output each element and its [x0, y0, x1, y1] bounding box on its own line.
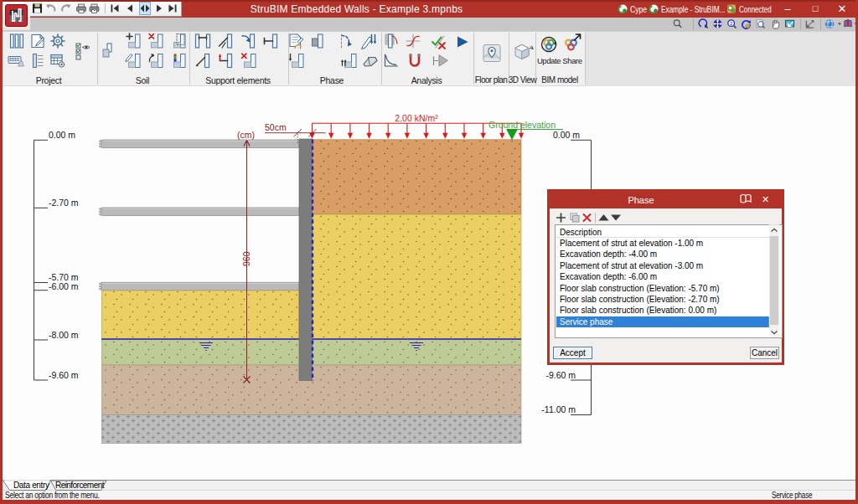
svg-text:0.00 m: 0.00 m: [553, 130, 580, 140]
svg-text:(cm): (cm): [237, 130, 255, 140]
svg-text:Ground elevation: Ground elevation: [488, 120, 556, 130]
svg-text:Reinforcement: Reinforcement: [55, 481, 105, 490]
svg-text:-9.60 m: -9.60 m: [545, 370, 576, 380]
svg-text:-11.00 m: -11.00 m: [541, 404, 576, 414]
svg-text:2: 2: [730, 21, 732, 26]
svg-text:0.00 m: 0.00 m: [49, 130, 75, 140]
svg-text:2.00 kN/m²: 2.00 kN/m²: [395, 113, 438, 123]
svg-text:-8.00 m: -8.00 m: [49, 330, 79, 340]
svg-text:-2.70 m: -2.70 m: [49, 198, 79, 208]
svg-text:-6.00 m: -6.00 m: [49, 281, 79, 291]
svg-text:50cm: 50cm: [265, 122, 287, 132]
svg-text:960: 960: [241, 251, 251, 266]
svg-text:Data entry: Data entry: [13, 481, 49, 490]
svg-text:-9.60 m: -9.60 m: [49, 370, 79, 380]
